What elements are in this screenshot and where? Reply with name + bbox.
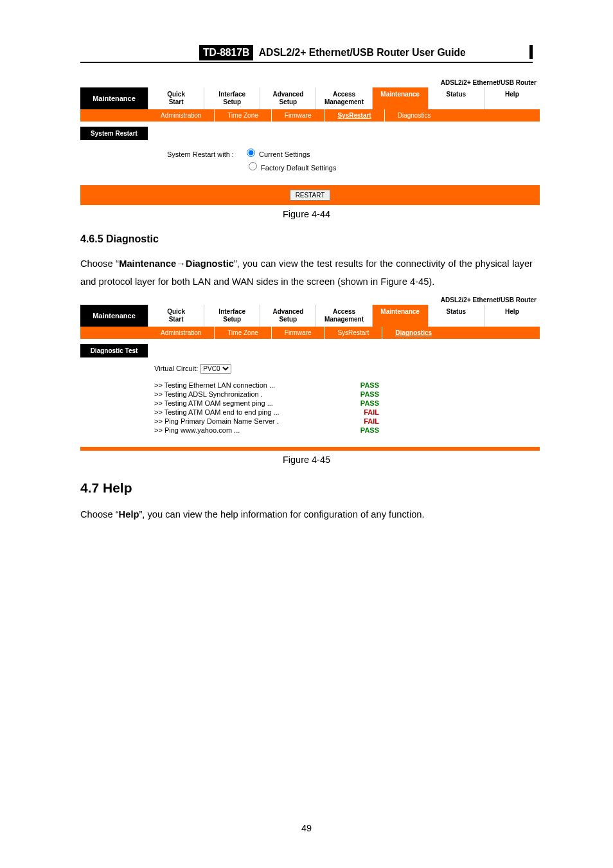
diag-row-status: PASS (360, 399, 379, 407)
diag-row: >> Ping www.yahoo.com ...PASS (154, 426, 379, 434)
figure-caption-45: Figure 4-45 (80, 455, 533, 465)
diag-row-text: >> Testing ATM OAM segment ping ... (154, 399, 273, 407)
subtab-diagnostics-2[interactable]: Diagnostics (382, 327, 445, 339)
tab-quick-start[interactable]: Quick Start (148, 87, 204, 109)
header-endcap (529, 45, 533, 59)
router-brand-2: ADSL2/2+ Ethernet/USB Router (80, 294, 540, 305)
paragraph-465: Choose “Maintenance→Diagnostic”, you can… (80, 255, 533, 291)
paragraph-47: Choose “Help”, you can view the help inf… (80, 507, 533, 521)
left-title-2: Maintenance (80, 305, 148, 327)
guide-title: ADSL2/2+ Ethernet/USB Router User Guide (259, 47, 466, 59)
subtab-administration-2[interactable]: Administration (148, 327, 215, 339)
diag-row: >> Testing Ethernet LAN connection ...PA… (154, 381, 379, 389)
diag-row: >> Testing ADSL Synchronization .PASS (154, 390, 379, 398)
tab-advanced-setup[interactable]: Advanced Setup (260, 87, 316, 109)
tab-access-management[interactable]: Access Management (316, 87, 372, 109)
diag-row: >> Testing ATM OAM segment ping ...PASS (154, 399, 379, 407)
tab-interface-setup-2[interactable]: Interface Setup (204, 305, 260, 327)
page-number: 49 (80, 823, 533, 833)
router-panel-diagnostics: ADSL2/2+ Ethernet/USB Router Maintenance… (80, 294, 540, 451)
left-title: Maintenance (80, 87, 148, 109)
page-header: TD-8817B ADSL2/2+ Ethernet/USB Router Us… (80, 45, 533, 63)
diag-row-status: PASS (360, 390, 379, 398)
restart-bottom-bar: RESTART (80, 185, 540, 205)
diag-body: Virtual Circuit: PVC0 >> Testing Etherne… (80, 357, 540, 447)
diag-row-text: >> Testing Ethernet LAN connection ... (154, 381, 275, 389)
subtab-firmware[interactable]: Firmware (272, 109, 325, 122)
subtab-timezone[interactable]: Time Zone (215, 109, 271, 122)
tab-status-2[interactable]: Status (429, 305, 484, 327)
subtab-sysrestart-2[interactable]: SysRestart (324, 327, 382, 339)
radio-current-label: Current Settings (259, 150, 310, 158)
diag-row-text: >> Testing ADSL Synchronization . (154, 390, 263, 398)
diag-row-text: >> Testing ATM OAM end to end ping ... (154, 408, 280, 416)
subtab-administration[interactable]: Administration (148, 109, 215, 122)
tab-maintenance-2[interactable]: Maintenance (373, 305, 429, 327)
restart-with-label: System Restart with : (167, 150, 234, 158)
tab-access-management-2[interactable]: Access Management (316, 305, 372, 327)
diag-row-status: PASS (360, 381, 379, 389)
radio-factory-label: Factory Default Settings (261, 164, 336, 172)
section-head-restart: System Restart (80, 127, 148, 140)
subtab-diagnostics[interactable]: Diagnostics (385, 109, 444, 122)
radio-current-settings[interactable] (247, 149, 255, 157)
router-brand: ADSL2/2+ Ethernet/USB Router (80, 77, 540, 87)
tab-status[interactable]: Status (429, 87, 484, 109)
tab-help[interactable]: Help (484, 87, 540, 109)
restart-button[interactable]: RESTART (290, 190, 331, 201)
section-head-diag: Diagnostic Test (80, 344, 148, 357)
radio-factory-default[interactable] (249, 162, 257, 170)
section-465-heading: 4.6.5 Diagnostic (80, 233, 533, 245)
diag-bottom-bar (80, 447, 540, 451)
figure-caption-44: Figure 4-44 (80, 209, 533, 219)
virtual-circuit-label: Virtual Circuit: (154, 365, 198, 372)
diag-row-status: FAIL (364, 417, 379, 425)
diag-row: >> Ping Primary Domain Name Server .FAIL (154, 417, 379, 425)
subtab-row: Administration Time Zone Firmware SysRes… (80, 109, 540, 122)
tab-help-2[interactable]: Help (484, 305, 540, 327)
subtab-sysrestart[interactable]: SysRestart (324, 109, 384, 122)
tab-maintenance[interactable]: Maintenance (373, 87, 429, 109)
virtual-circuit-select[interactable]: PVC0 (200, 364, 231, 374)
diag-row-status: FAIL (364, 408, 379, 416)
subtab-firmware-2[interactable]: Firmware (272, 327, 325, 339)
subtab-timezone-2[interactable]: Time Zone (215, 327, 271, 339)
tab-quick-start-2[interactable]: Quick Start (148, 305, 204, 327)
diag-row-text: >> Ping Primary Domain Name Server . (154, 417, 279, 425)
subtab-row-2: Administration Time Zone Firmware SysRes… (80, 327, 540, 339)
router-panel-sysrestart: ADSL2/2+ Ethernet/USB Router Maintenance… (80, 77, 540, 205)
diag-row: >> Testing ATM OAM end to end ping ...FA… (154, 408, 379, 416)
diag-row-status: PASS (360, 426, 379, 434)
diag-row-text: >> Ping www.yahoo.com ... (154, 426, 240, 434)
section-47-heading: 4.7 Help (80, 480, 533, 496)
tab-advanced-setup-2[interactable]: Advanced Setup (260, 305, 316, 327)
model-badge: TD-8817B (199, 45, 253, 60)
restart-body: System Restart with : Current Settings F… (80, 140, 540, 185)
tab-interface-setup[interactable]: Interface Setup (204, 87, 260, 109)
